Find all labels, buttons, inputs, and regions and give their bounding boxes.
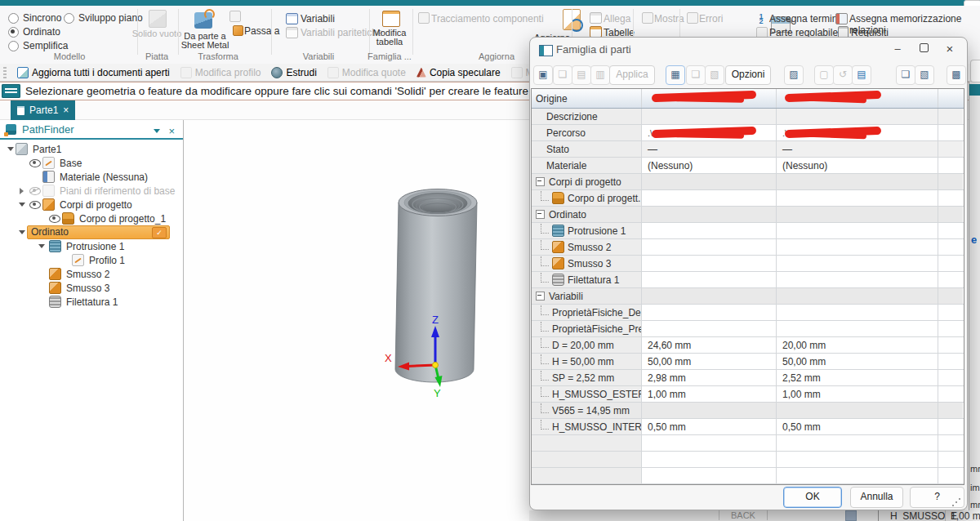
pathfinder-item-protrusione-1[interactable]: Protrusione 1 [0, 239, 183, 253]
value-cell[interactable] [938, 141, 963, 157]
value-cell[interactable] [938, 223, 963, 238]
radio-sincrono[interactable]: Sincrono [8, 12, 61, 24]
value-cell[interactable] [938, 288, 963, 304]
row-label-cell[interactable] [532, 435, 642, 451]
minimize-button[interactable]: – [887, 41, 908, 57]
row-label-cell[interactable]: ProprietàFisiche_Prec... [532, 321, 642, 336]
tab-parte1[interactable]: Parte1 × [11, 100, 75, 120]
paste-sheet-button[interactable]: ▧ [915, 65, 934, 85]
modifica-tabella-button[interactable]: Modifica tabella [364, 29, 415, 47]
value-cell[interactable] [777, 403, 938, 418]
value-cell[interactable] [777, 223, 938, 238]
maximize-button[interactable] [913, 41, 934, 57]
allega-button[interactable]: Allega [604, 13, 630, 24]
value-cell[interactable] [642, 239, 777, 255]
value-cell[interactable] [938, 239, 963, 255]
quickbar-item-1[interactable]: Modifica profilo [180, 67, 261, 78]
value-cell[interactable] [777, 190, 938, 206]
value-cell[interactable]: — [777, 141, 938, 157]
value-cell[interactable] [777, 89, 938, 108]
value-cell[interactable]: .\ [777, 125, 938, 140]
value-cell[interactable] [777, 452, 938, 467]
opzioni-button[interactable]: Opzioni [725, 65, 771, 85]
row-label-cell[interactable]: Corpo di progett... [532, 190, 642, 206]
value-cell[interactable] [642, 190, 777, 206]
row-label-cell[interactable]: Smusso 3 [532, 256, 642, 271]
value-cell[interactable]: 0,50 mm [642, 419, 777, 434]
value-cell[interactable] [642, 256, 777, 271]
value-cell[interactable]: 0,50 mm [777, 419, 938, 434]
table-view-button[interactable]: ▦ [666, 65, 685, 85]
tracciamento-componenti-button[interactable]: Tracciamento componenti [431, 13, 544, 24]
row-label-cell[interactable]: Descrizione [532, 109, 642, 124]
value-cell[interactable] [777, 239, 938, 255]
annulla-button[interactable]: Annulla [850, 487, 903, 508]
value-cell[interactable] [642, 223, 777, 238]
value-cell[interactable] [777, 468, 938, 483]
quickbar-item-2[interactable]: Estrudi [271, 67, 316, 78]
quickbar-item-0[interactable]: Aggiorna tutti i documenti aperti [17, 67, 170, 78]
value-cell[interactable] [938, 125, 963, 140]
pathfinder-item-smusso-2[interactable]: Smusso 2 [0, 267, 183, 281]
row-label-cell[interactable]: Variabili [532, 288, 642, 304]
paste-button[interactable]: ▧ [705, 65, 724, 85]
pathfinder-item-corpi-di-progetto[interactable]: Corpi di progetto [0, 198, 183, 212]
edit-member-button[interactable]: ▤ [572, 65, 591, 85]
value-cell[interactable] [938, 174, 963, 189]
value-cell[interactable] [938, 256, 963, 271]
copy-member-button[interactable]: ❏ [553, 65, 572, 85]
da-parte-a-sheet-metal-button[interactable]: Da parte a Sheet Metal [178, 32, 232, 50]
copy-sheet-button[interactable]: ❏ [896, 65, 915, 85]
value-cell[interactable]: 24,60 mm [642, 337, 777, 353]
collapse-icon[interactable] [536, 177, 545, 186]
expander-icon[interactable] [16, 203, 27, 207]
value-cell[interactable] [642, 403, 777, 418]
value-cell[interactable] [777, 207, 938, 222]
value-cell[interactable] [938, 435, 963, 451]
row-label-cell[interactable]: H_SMUSSO_ESTERN... [532, 386, 642, 402]
value-cell[interactable] [777, 321, 938, 336]
row-label-cell[interactable]: Filettatura 1 [532, 272, 642, 287]
collapse-icon[interactable] [536, 210, 545, 219]
value-cell[interactable]: (Nessuno) [777, 158, 938, 173]
value-cell[interactable] [642, 452, 777, 467]
pathfinder-item-base[interactable]: Base [0, 156, 183, 170]
value-cell[interactable] [938, 403, 963, 418]
ordinato-status-badge[interactable]: ✓ [152, 227, 167, 238]
pathfinder-pin-icon[interactable] [154, 125, 160, 135]
row-label-cell[interactable]: Materiale [532, 158, 642, 173]
errori-button[interactable]: Errori [699, 13, 723, 24]
quickbar-item-3[interactable]: Modifica quote [327, 67, 406, 78]
ok-button[interactable]: OK [783, 487, 842, 508]
value-cell[interactable] [642, 305, 777, 320]
applica-button[interactable]: Applica [609, 65, 655, 85]
value-cell[interactable] [642, 174, 777, 189]
row-label-cell[interactable]: H = 50,00 mm [532, 354, 642, 369]
save-button[interactable]: ▢ [814, 65, 834, 85]
value-cell[interactable]: 20,00 mm [777, 337, 938, 353]
value-cell[interactable] [777, 174, 938, 189]
visible-eye-icon[interactable] [27, 159, 42, 167]
copy-button[interactable]: ❏ [686, 65, 706, 85]
row-label-cell[interactable]: Percorso [532, 125, 642, 140]
pathfinder-item-profilo-1[interactable]: Profilo 1 [0, 253, 183, 267]
value-cell[interactable] [938, 354, 963, 369]
expander-icon[interactable] [16, 188, 27, 194]
hidden-eye-icon[interactable] [27, 187, 42, 195]
tab-close-icon[interactable]: × [63, 105, 69, 115]
print-button[interactable]: ▤ [852, 65, 871, 85]
value-cell[interactable] [938, 207, 963, 222]
visible-eye-icon[interactable] [27, 201, 42, 209]
pathfinder-item-filettatura-1[interactable]: Filettatura 1 [0, 295, 183, 309]
expander-icon[interactable] [36, 244, 47, 248]
pathfinder-item-ordinato[interactable]: Ordinato✓ [0, 225, 183, 239]
value-cell[interactable] [938, 109, 963, 124]
value-cell[interactable]: .\ [642, 125, 777, 140]
value-cell[interactable] [777, 435, 938, 451]
value-cell[interactable] [777, 272, 938, 287]
value-cell[interactable]: 2,98 mm [642, 370, 777, 385]
value-cell[interactable] [938, 452, 963, 467]
value-cell[interactable] [642, 207, 777, 222]
row-label-cell[interactable]: V565 = 14,95 mm [532, 403, 642, 418]
value-cell[interactable] [777, 305, 938, 320]
